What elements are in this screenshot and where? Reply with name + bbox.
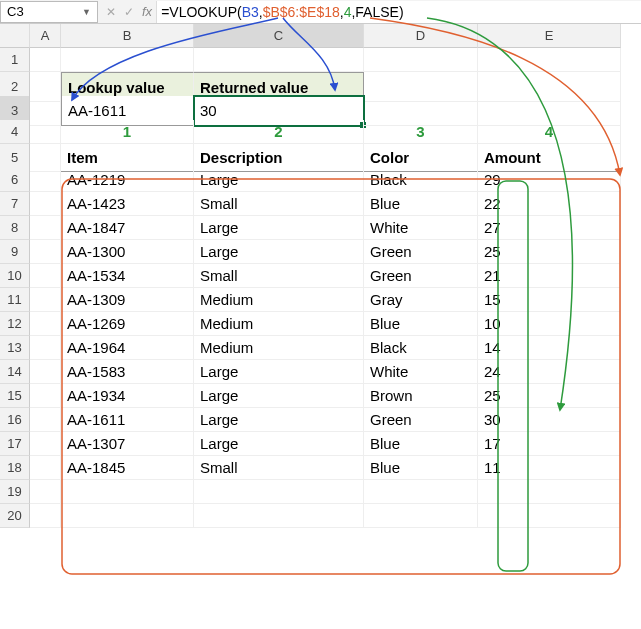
cell-A20[interactable]	[30, 504, 61, 528]
row-header-18[interactable]: 18	[0, 456, 30, 480]
row-header-12[interactable]: 12	[0, 312, 30, 336]
table-row[interactable]: AA-1300	[61, 240, 194, 264]
table-row[interactable]: 24	[478, 360, 621, 384]
table-row[interactable]: 29	[478, 168, 621, 192]
table-row[interactable]: Large	[194, 240, 364, 264]
cell-A13[interactable]	[30, 336, 61, 360]
table-row[interactable]: AA-1219	[61, 168, 194, 192]
cell-A9[interactable]	[30, 240, 61, 264]
table-row[interactable]: Small	[194, 192, 364, 216]
table-row[interactable]: Brown	[364, 384, 478, 408]
table-row[interactable]: 21	[478, 264, 621, 288]
row-header-8[interactable]: 8	[0, 216, 30, 240]
table-row[interactable]: AA-1269	[61, 312, 194, 336]
table-row[interactable]: Large	[194, 408, 364, 432]
table-row[interactable]: AA-1309	[61, 288, 194, 312]
table-row[interactable]: AA-1934	[61, 384, 194, 408]
row-header-1[interactable]: 1	[0, 48, 30, 72]
table-row[interactable]: Medium	[194, 288, 364, 312]
table-row[interactable]: Blue	[364, 432, 478, 456]
enter-icon[interactable]: ✓	[122, 5, 136, 19]
row-header-16[interactable]: 16	[0, 408, 30, 432]
row-header-15[interactable]: 15	[0, 384, 30, 408]
cell-E1[interactable]	[478, 48, 621, 72]
row-header-19[interactable]: 19	[0, 480, 30, 504]
table-row[interactable]: 17	[478, 432, 621, 456]
table-row[interactable]: Blue	[364, 456, 478, 480]
cell-A14[interactable]	[30, 360, 61, 384]
cell-A8[interactable]	[30, 216, 61, 240]
cell-D20[interactable]	[364, 504, 478, 528]
cell-A6[interactable]	[30, 168, 61, 192]
table-row[interactable]: Black	[364, 168, 478, 192]
table-row[interactable]: White	[364, 216, 478, 240]
row-header-7[interactable]: 7	[0, 192, 30, 216]
table-row[interactable]: 27	[478, 216, 621, 240]
table-row[interactable]: Green	[364, 240, 478, 264]
table-row[interactable]: AA-1845	[61, 456, 194, 480]
table-row[interactable]: 14	[478, 336, 621, 360]
table-row[interactable]: Blue	[364, 192, 478, 216]
row-header-10[interactable]: 10	[0, 264, 30, 288]
table-row[interactable]: AA-1534	[61, 264, 194, 288]
table-row[interactable]: White	[364, 360, 478, 384]
col-header-A[interactable]: A	[30, 24, 61, 48]
table-row[interactable]: Medium	[194, 312, 364, 336]
table-row[interactable]: Large	[194, 360, 364, 384]
row-header-14[interactable]: 14	[0, 360, 30, 384]
cell-B19[interactable]	[61, 480, 194, 504]
row-header-17[interactable]: 17	[0, 432, 30, 456]
cell-A19[interactable]	[30, 480, 61, 504]
table-row[interactable]: Gray	[364, 288, 478, 312]
table-row[interactable]: 30	[478, 408, 621, 432]
cell-A4[interactable]	[30, 120, 61, 144]
cell-A15[interactable]	[30, 384, 61, 408]
table-row[interactable]: 25	[478, 384, 621, 408]
table-row[interactable]: 11	[478, 456, 621, 480]
table-row[interactable]: Green	[364, 408, 478, 432]
cancel-icon[interactable]: ✕	[104, 5, 118, 19]
select-all-corner[interactable]	[0, 24, 30, 48]
cell-A7[interactable]	[30, 192, 61, 216]
cell-E20[interactable]	[478, 504, 621, 528]
col-header-E[interactable]: E	[478, 24, 621, 48]
row-header-20[interactable]: 20	[0, 504, 30, 528]
row-header-6[interactable]: 6	[0, 168, 30, 192]
table-row[interactable]: AA-1964	[61, 336, 194, 360]
table-row[interactable]: Medium	[194, 336, 364, 360]
table-row[interactable]: Large	[194, 168, 364, 192]
cell-A16[interactable]	[30, 408, 61, 432]
table-row[interactable]: 10	[478, 312, 621, 336]
cell-B1[interactable]	[61, 48, 194, 72]
cell-D19[interactable]	[364, 480, 478, 504]
table-row[interactable]: AA-1847	[61, 216, 194, 240]
table-row[interactable]: Large	[194, 432, 364, 456]
cell-C19[interactable]	[194, 480, 364, 504]
table-row[interactable]: 15	[478, 288, 621, 312]
cell-A11[interactable]	[30, 288, 61, 312]
table-row[interactable]: Green	[364, 264, 478, 288]
name-box-dropdown-icon[interactable]: ▼	[82, 7, 91, 17]
cell-A18[interactable]	[30, 456, 61, 480]
table-row[interactable]: 25	[478, 240, 621, 264]
cell-B20[interactable]	[61, 504, 194, 528]
cell-C20[interactable]	[194, 504, 364, 528]
cell-A17[interactable]	[30, 432, 61, 456]
formula-bar[interactable]: =VLOOKUP( B3 , $B$6:$E$18 , 4 , FALSE )	[156, 1, 641, 23]
table-row[interactable]: AA-1611	[61, 408, 194, 432]
cell-C1[interactable]	[194, 48, 364, 72]
cell-A10[interactable]	[30, 264, 61, 288]
row-header-11[interactable]: 11	[0, 288, 30, 312]
table-row[interactable]: AA-1307	[61, 432, 194, 456]
spreadsheet-grid[interactable]: A B C D E 1 2 Lookup value Returned valu…	[0, 24, 641, 528]
col-header-B[interactable]: B	[61, 24, 194, 48]
col-header-D[interactable]: D	[364, 24, 478, 48]
table-row[interactable]: Small	[194, 264, 364, 288]
table-row[interactable]: Large	[194, 384, 364, 408]
table-row[interactable]: Small	[194, 456, 364, 480]
row-header-13[interactable]: 13	[0, 336, 30, 360]
col-header-C[interactable]: C	[194, 24, 364, 48]
table-row[interactable]: AA-1583	[61, 360, 194, 384]
name-box[interactable]: C3 ▼	[0, 1, 98, 23]
table-row[interactable]: Blue	[364, 312, 478, 336]
